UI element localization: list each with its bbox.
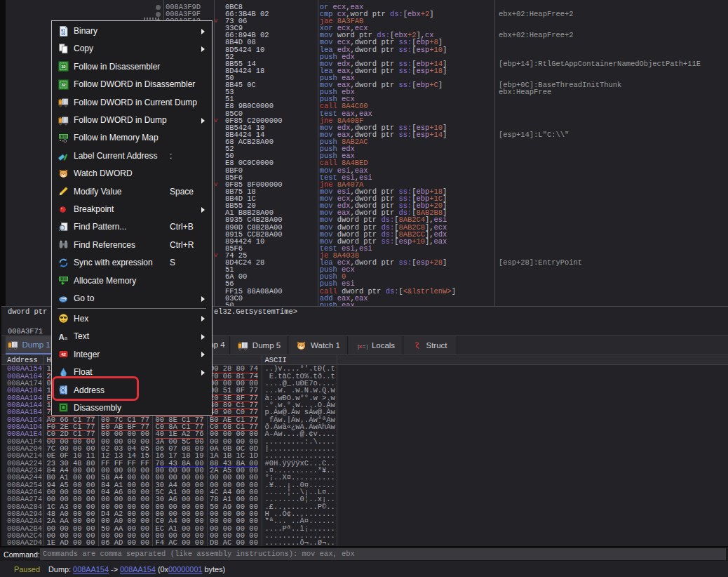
svg-text:A: A: [59, 332, 65, 340]
svg-text:32: 32: [61, 65, 65, 69]
svg-text:=|: =|: [362, 343, 368, 350]
svg-text:32: 32: [61, 82, 65, 86]
svg-text:42: 42: [61, 352, 66, 357]
svg-text:10: 10: [61, 32, 65, 36]
svg-text:a: a: [65, 335, 68, 341]
